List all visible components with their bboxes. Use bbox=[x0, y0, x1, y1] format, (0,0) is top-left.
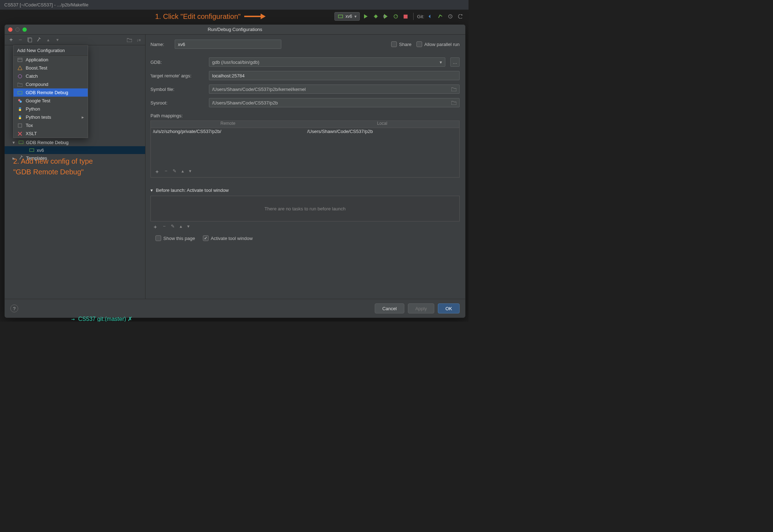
settings-button[interactable] bbox=[36, 37, 42, 43]
allow-parallel-checkbox[interactable]: Allow parallel run bbox=[416, 41, 460, 47]
coverage-button[interactable] bbox=[382, 12, 390, 20]
cancel-button[interactable]: Cancel bbox=[375, 303, 404, 313]
help-button[interactable]: ? bbox=[10, 305, 18, 312]
sysroot-label: Sysroot: bbox=[150, 100, 204, 106]
show-this-page-checkbox[interactable]: Show this page bbox=[155, 235, 195, 241]
svg-rect-26 bbox=[30, 149, 34, 152]
popup-item-xslt[interactable]: XSLT bbox=[14, 129, 88, 138]
tree-section-gdb-remote-debug[interactable]: ▾ GDB Remote Debug bbox=[5, 138, 145, 146]
run-config-chip-label: xv6 bbox=[345, 14, 352, 19]
before-launch-tasks[interactable]: There are no tasks to run before launch bbox=[150, 196, 460, 221]
run-debug-dialog: Run/Debug Configurations ＋ − ▴ ▾ ↓≡ bbox=[4, 24, 466, 318]
up-task-button[interactable]: ▴ bbox=[180, 224, 182, 230]
stop-button[interactable] bbox=[402, 12, 410, 20]
dialog-titlebar[interactable]: Run/Debug Configurations bbox=[5, 25, 465, 35]
add-task-button[interactable]: ＋ bbox=[153, 224, 158, 230]
up-row-button[interactable]: ▴ bbox=[181, 168, 184, 175]
popup-item-application[interactable]: Application bbox=[14, 56, 88, 64]
remove-row-button[interactable]: − bbox=[165, 168, 168, 175]
folder-icon[interactable] bbox=[451, 101, 456, 105]
ok-button[interactable]: OK bbox=[438, 303, 460, 313]
gdb-select[interactable]: gdb (/usr/local/bin/gdb) ▾ bbox=[209, 57, 445, 67]
folder-icon[interactable] bbox=[451, 87, 456, 91]
gdb-browse-button[interactable]: … bbox=[450, 57, 460, 67]
table-row[interactable]: /u/s/z/szhong/private/CS537/p2b/ /Users/… bbox=[151, 128, 459, 136]
down-row-button[interactable]: ▾ bbox=[189, 168, 191, 175]
name-label: Name: bbox=[150, 42, 170, 47]
copy-button[interactable] bbox=[27, 37, 32, 43]
ide-title-bar: CS537 [~/Code/CS537] - .../p2b/Makefile bbox=[0, 0, 469, 10]
config-left-pane: ＋ − ▴ ▾ ↓≡ Add New Configuration A bbox=[5, 35, 145, 299]
xslt-icon bbox=[17, 131, 23, 137]
add-row-button[interactable]: ＋ bbox=[154, 168, 160, 175]
svg-marker-13 bbox=[461, 14, 463, 16]
symbol-file-input[interactable]: /Users/Shawn/Code/CS537/p2b/kernel/kerne… bbox=[209, 85, 460, 94]
svg-rect-20 bbox=[18, 91, 22, 94]
popup-item-python-tests[interactable]: Python tests▸ bbox=[14, 113, 88, 121]
sort-button[interactable]: ↓≡ bbox=[136, 37, 142, 43]
run-config-selector[interactable]: xv6 ▾ bbox=[334, 12, 360, 21]
config-toolbar: ＋ − ▴ ▾ ↓≡ bbox=[5, 35, 145, 45]
svg-point-22 bbox=[20, 101, 22, 103]
tree-item-xv6[interactable]: xv6 bbox=[5, 146, 145, 154]
popup-item-tox[interactable]: Tox bbox=[14, 121, 88, 129]
remote-icon bbox=[29, 147, 35, 153]
apply-button[interactable]: Apply bbox=[408, 303, 435, 313]
svg-rect-0 bbox=[338, 15, 343, 18]
svg-rect-23 bbox=[18, 124, 22, 127]
svg-rect-16 bbox=[18, 58, 22, 62]
checkbox-icon bbox=[391, 41, 397, 47]
debug-button[interactable] bbox=[372, 12, 380, 20]
remove-task-button[interactable]: − bbox=[163, 224, 166, 230]
git-history-button[interactable] bbox=[446, 12, 454, 20]
remove-button[interactable]: − bbox=[17, 37, 23, 43]
popup-item-python[interactable]: Python bbox=[14, 105, 88, 113]
popup-item-compound[interactable]: Compound bbox=[14, 80, 88, 88]
svg-rect-6 bbox=[383, 16, 385, 17]
svg-rect-15 bbox=[29, 38, 32, 42]
add-configuration-popup[interactable]: Add New Configuration ApplicationBoost.T… bbox=[13, 45, 88, 138]
before-launch-header[interactable]: ▾ Before launch: Activate tool window bbox=[150, 188, 460, 193]
minimize-icon[interactable] bbox=[15, 27, 20, 32]
folder-button[interactable] bbox=[127, 37, 132, 43]
expand-icon[interactable]: ▾ bbox=[12, 140, 16, 145]
python-icon bbox=[17, 114, 23, 120]
path-mappings-table[interactable]: Remote Local /u/s/z/szhong/private/CS537… bbox=[150, 121, 460, 178]
python-icon bbox=[17, 106, 23, 112]
git-label: Git: bbox=[417, 14, 424, 19]
no-tasks-text: There are no tasks to run before launch bbox=[265, 206, 346, 211]
zoom-icon[interactable] bbox=[22, 27, 27, 32]
git-commit-button[interactable] bbox=[436, 12, 444, 20]
separator bbox=[413, 13, 414, 20]
dialog-footer: ? Cancel Apply OK bbox=[5, 299, 465, 318]
col-remote: Remote bbox=[151, 121, 305, 128]
popup-item-google-test[interactable]: Google Test bbox=[14, 97, 88, 105]
sysroot-input[interactable]: /Users/Shawn/Code/CS537/p2b bbox=[209, 98, 460, 107]
activate-tool-window-checkbox[interactable]: Activate tool window bbox=[203, 235, 253, 241]
chevron-right-icon: ▸ bbox=[82, 114, 84, 120]
target-remote-input[interactable] bbox=[209, 71, 460, 80]
profile-button[interactable] bbox=[392, 12, 400, 20]
down-task-button[interactable]: ▾ bbox=[187, 224, 190, 230]
run-button[interactable] bbox=[362, 12, 370, 20]
git-update-button[interactable] bbox=[426, 12, 434, 20]
up-button[interactable]: ▴ bbox=[45, 37, 51, 43]
collapse-icon[interactable]: ▾ bbox=[150, 188, 153, 193]
popup-item-boost-test[interactable]: Boost.Test bbox=[14, 64, 88, 72]
ide-title-text: CS537 [~/Code/CS537] - .../p2b/Makefile bbox=[4, 2, 88, 7]
down-button[interactable]: ▾ bbox=[55, 37, 60, 43]
gdb-label: GDB: bbox=[150, 60, 204, 65]
col-local: Local bbox=[305, 121, 460, 128]
git-revert-button[interactable] bbox=[456, 12, 464, 20]
popup-item-gdb-remote-debug[interactable]: GDB Remote Debug bbox=[14, 88, 88, 97]
name-input[interactable] bbox=[175, 40, 281, 49]
popup-item-catch[interactable]: Catch bbox=[14, 72, 88, 80]
share-checkbox[interactable]: Share bbox=[391, 41, 411, 47]
dialog-title: Run/Debug Configurations bbox=[208, 27, 262, 32]
edit-row-button[interactable]: ✎ bbox=[173, 168, 176, 175]
close-icon[interactable] bbox=[8, 27, 12, 32]
edit-task-button[interactable]: ✎ bbox=[171, 224, 175, 230]
checkbox-icon bbox=[155, 235, 161, 241]
add-button[interactable]: ＋ bbox=[8, 37, 14, 43]
symbol-file-label: Symbol file: bbox=[150, 87, 204, 92]
